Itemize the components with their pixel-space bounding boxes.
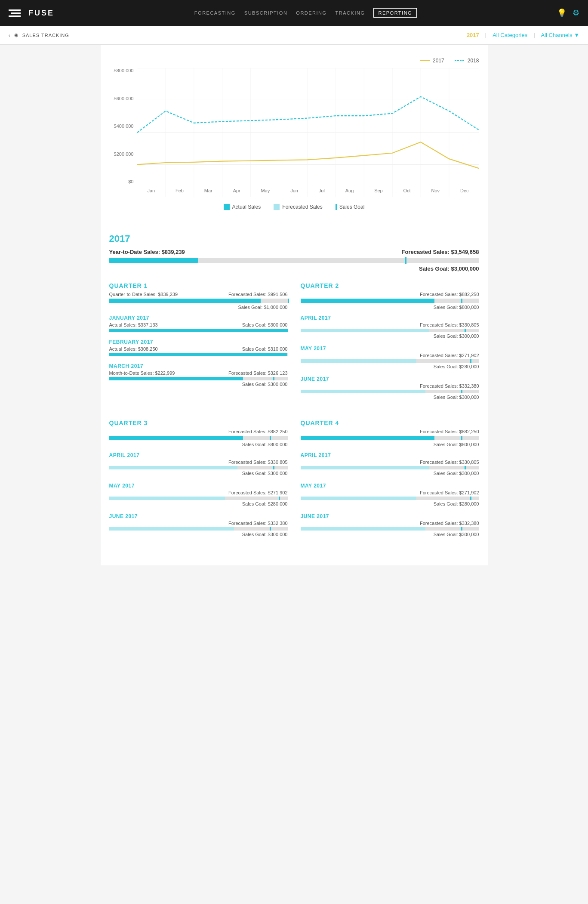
- legend-goal: Sales Goal: [336, 204, 365, 210]
- month-forecast: Forecasted Sales: $326,123: [228, 370, 288, 376]
- month-goal-marker: [273, 377, 274, 380]
- quarter-goal-marker-q1: [288, 299, 289, 303]
- y-label-600k: $600,000: [109, 96, 134, 101]
- quarter-q1: QUARTER 1Quarter-to-Date Sales: $839,239…: [109, 282, 288, 407]
- logo-area: FUSE: [9, 5, 54, 21]
- month-title-q2-2: JUNE 2017: [301, 376, 479, 382]
- quarter-goal-marker-q3: [270, 436, 271, 440]
- month-goal-row-q3-0: Sales Goal: $300,000: [109, 471, 288, 476]
- chart-y-axis: $0 $200,000 $400,000 $600,000 $800,000: [109, 68, 137, 184]
- month-sales: Actual Sales: $337,133: [109, 322, 158, 327]
- back-arrow-icon[interactable]: ‹: [9, 33, 11, 38]
- month-goal-marker: [470, 497, 471, 500]
- x-dec: Dec: [460, 188, 469, 193]
- month-bar-fill: [301, 466, 429, 469]
- breadcrumb-label: SALES TRACKING: [22, 33, 69, 38]
- month-title-q4-0: APRIL 2017: [301, 452, 479, 458]
- quarter-forecast: Forecasted Sales: $991,506: [228, 292, 288, 297]
- month-bar-fill: [301, 497, 417, 500]
- month-summary-q3-2: Forecasted Sales: $332,380: [109, 521, 288, 526]
- quarter-title-q4: QUARTER 4: [301, 420, 479, 426]
- quarter-goal-marker-q4: [461, 436, 462, 440]
- quarters-grid: QUARTER 1Quarter-to-Date Sales: $839,239…: [109, 282, 479, 557]
- filter-sep-1: |: [485, 32, 486, 38]
- month-goal-row-q2-0: Sales Goal: $300,000: [301, 333, 479, 339]
- filter-year[interactable]: 2017: [467, 32, 479, 38]
- month-goal-marker: [461, 390, 462, 393]
- quarter-bar-fill-q2: [301, 299, 434, 303]
- month-forecast: Forecasted Sales: $332,380: [420, 521, 479, 526]
- quarter-forecast: Forecasted Sales: $882,250: [420, 429, 479, 434]
- month-summary-q4-0: Forecasted Sales: $330,805: [301, 460, 479, 465]
- y-label-400k: $400,000: [109, 123, 134, 129]
- month-bar-fill: [109, 466, 238, 469]
- month-goal-marker: [286, 353, 287, 356]
- month-goal-marker: [273, 466, 274, 469]
- x-aug: Aug: [345, 188, 354, 193]
- month-q1-0: JANUARY 2017Actual Sales: $337,133Sales …: [109, 315, 288, 332]
- quarter-goal-marker-q2: [461, 299, 462, 303]
- month-title-q2-1: MAY 2017: [301, 346, 479, 352]
- nav-subscription[interactable]: SUBSCRIPTION: [244, 10, 288, 15]
- year-goal-marker: [405, 257, 406, 264]
- month-summary-q1-2: Month-to-Date Sales: $222,999Forecasted …: [109, 370, 288, 376]
- filter-sep-2: |: [533, 32, 535, 38]
- x-jun: Jun: [290, 188, 298, 193]
- filter-channels[interactable]: All Channels ▼: [541, 32, 579, 38]
- month-goal-row-q4-0: Sales Goal: $300,000: [301, 471, 479, 476]
- chart-container: $0 $200,000 $400,000 $600,000 $800,000: [109, 68, 479, 197]
- month-goal-row-q4-2: Sales Goal: $300,000: [301, 532, 479, 537]
- settings-icon[interactable]: ⚙: [573, 8, 579, 18]
- month-bar-q1-0: [109, 329, 288, 332]
- month-q2-1: MAY 2017Forecasted Sales: $271,902Sales …: [301, 346, 479, 369]
- year-bar-fill: [109, 258, 198, 263]
- notification-icon[interactable]: 💡: [557, 8, 566, 18]
- month-goal-marker: [270, 527, 271, 531]
- quarter-summary-q2: Forecasted Sales: $882,250: [301, 292, 479, 297]
- quarter-title-q1: QUARTER 1: [109, 282, 288, 289]
- nav-tracking[interactable]: TRACKING: [336, 10, 365, 15]
- filter-categories[interactable]: All Categories: [493, 32, 527, 38]
- nav-icons: 💡 ⚙: [557, 8, 579, 18]
- quarter-bar-q1: [109, 299, 288, 303]
- month-goal-marker: [279, 497, 280, 500]
- x-oct: Oct: [403, 188, 411, 193]
- nav-forecasting[interactable]: FORECASTING: [194, 10, 236, 15]
- month-summary-q3-1: Forecasted Sales: $271,902: [109, 490, 288, 495]
- goal-row: Sales Goal: $3,000,000: [109, 265, 479, 272]
- month-summary-q3-0: Forecasted Sales: $330,805: [109, 460, 288, 465]
- month-goal-row-q4-1: Sales Goal: $280,000: [301, 501, 479, 506]
- breadcrumb-left: ‹ ◉ SALES TRACKING: [9, 32, 69, 38]
- month-summary-q2-0: Forecasted Sales: $330,805: [301, 322, 479, 327]
- menu-icon: [9, 5, 24, 21]
- month-bar-fill: [301, 359, 417, 363]
- quarter-goal-q3: Sales Goal: $800,000: [109, 442, 288, 447]
- month-bar-fill: [301, 329, 429, 332]
- month-q3-1: MAY 2017Forecasted Sales: $271,902Sales …: [109, 483, 288, 506]
- year-progress-bar: [109, 258, 479, 263]
- legend-forecast: Forecasted Sales: [274, 204, 322, 210]
- nav-reporting[interactable]: REPORTING: [373, 8, 417, 18]
- month-goal-row-q3-1: Sales Goal: $280,000: [109, 501, 288, 506]
- month-title-q2-0: APRIL 2017: [301, 315, 479, 321]
- month-q2-0: APRIL 2017Forecasted Sales: $330,805Sale…: [301, 315, 479, 339]
- month-bar-q1-2: [109, 377, 288, 380]
- legend-2017-label: 2017: [433, 58, 444, 64]
- legend-2017-line: [420, 60, 430, 61]
- x-sep: Sep: [374, 188, 383, 193]
- legend-2018-label: 2018: [468, 58, 479, 64]
- nav-ordering[interactable]: ORDERING: [296, 10, 326, 15]
- month-bar-fill: [301, 527, 426, 531]
- month-bar-fill: [109, 377, 243, 380]
- quarter-title-q3: QUARTER 3: [109, 420, 288, 426]
- quarter-q3: QUARTER 3Forecasted Sales: $882,250Sales…: [109, 420, 288, 544]
- month-q2-2: JUNE 2017Forecasted Sales: $332,380Sales…: [301, 376, 479, 400]
- month-bar-fill: [109, 329, 288, 332]
- quarter-q2: QUARTER 2Forecasted Sales: $882,250Sales…: [301, 282, 479, 407]
- x-jan: Jan: [147, 188, 155, 193]
- chart-top-legend: 2017 2018: [109, 58, 479, 64]
- quarter-summary-q4: Forecasted Sales: $882,250: [301, 429, 479, 434]
- quarter-title-q2: QUARTER 2: [301, 282, 479, 289]
- goal-label: Sales Goal: $3,000,000: [419, 265, 479, 272]
- breadcrumb-filters: 2017 | All Categories | All Channels ▼: [467, 32, 579, 38]
